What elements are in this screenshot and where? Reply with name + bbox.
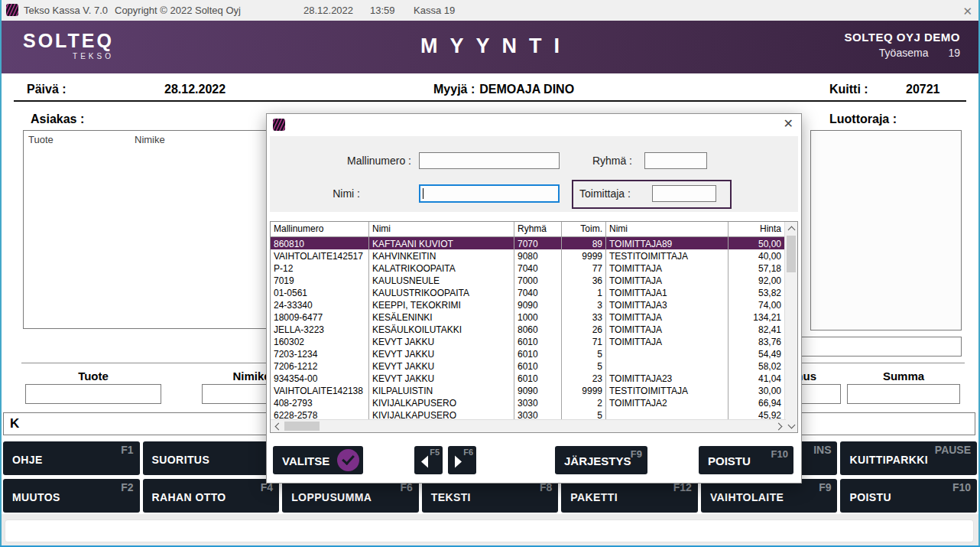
dialog-exit-button[interactable]: POISTU F10 bbox=[699, 446, 793, 474]
table-cell: 36 bbox=[562, 274, 606, 286]
select-button-label: VALITSE bbox=[282, 454, 329, 467]
list-header-product: Tuote bbox=[28, 134, 54, 145]
table-cell: 6010 bbox=[514, 347, 562, 360]
arrow-left-icon bbox=[421, 455, 428, 467]
table-cell: 1000 bbox=[514, 311, 562, 323]
next-page-button[interactable]: F6 bbox=[448, 446, 476, 474]
sort-key: F9 bbox=[631, 448, 642, 460]
horizontal-scroll-thumb[interactable] bbox=[284, 422, 320, 431]
table-cell: KAFTAANI KUVIOT bbox=[369, 237, 514, 249]
product-input[interactable] bbox=[25, 384, 161, 404]
table-cell: 83,76 bbox=[729, 335, 784, 347]
fk-button-poistu[interactable]: POISTUF10 bbox=[840, 479, 977, 513]
group-input[interactable] bbox=[644, 152, 707, 169]
table-row[interactable]: VAIHTOLAITE142138KILPALUISTIN90909999TES… bbox=[271, 384, 784, 396]
column-header: Toim. bbox=[562, 222, 606, 236]
fk-button-label: RAHAN OTTO bbox=[152, 491, 226, 503]
name-label: Nimi : bbox=[299, 187, 360, 200]
fk-button-paketti[interactable]: PAKETTIF12 bbox=[561, 479, 698, 513]
next-key: F6 bbox=[463, 448, 473, 457]
close-icon[interactable]: ✕ bbox=[962, 5, 972, 18]
table-row[interactable]: 7206-1212KEVYT JAKKU6010558,02 bbox=[271, 360, 784, 372]
table-cell bbox=[606, 347, 729, 360]
table-cell: 3 bbox=[562, 298, 606, 311]
fk-key-label: PAUSE bbox=[935, 444, 971, 456]
table-cell: 53,82 bbox=[729, 286, 784, 298]
table-cell: TOIMITTAJA2 bbox=[606, 396, 729, 409]
table-row[interactable]: 7019KAULUSNEULE700036TOIMITTAJA92,00 bbox=[271, 274, 784, 286]
scroll-down-icon[interactable] bbox=[785, 419, 798, 432]
table-cell: 8060 bbox=[514, 323, 562, 335]
table-cell: 7040 bbox=[514, 262, 562, 274]
table-cell: 6010 bbox=[514, 360, 562, 372]
table-cell: 7070 bbox=[514, 237, 562, 249]
table-cell: TESTITOIMITTAJA bbox=[606, 249, 729, 262]
fk-button-teksti[interactable]: TEKSTIF8 bbox=[422, 479, 559, 513]
table-cell: 3030 bbox=[514, 396, 562, 409]
table-row[interactable]: 01-0561KAULUSTRIKOOPAITA70401TOIMITTAJA1… bbox=[271, 286, 784, 298]
sort-button[interactable]: JÄRJESTYS F9 bbox=[555, 446, 647, 474]
fk-button-rahan-otto[interactable]: RAHAN OTTOF4 bbox=[143, 479, 280, 513]
scroll-up-icon[interactable] bbox=[785, 222, 798, 235]
table-row[interactable]: 160302KEVYT JAKKU601071TOIMITTAJA83,76 bbox=[271, 335, 784, 347]
horizontal-scrollbar[interactable] bbox=[271, 419, 786, 432]
model-number-label: Mallinumero : bbox=[312, 155, 411, 167]
table-cell: VAIHTOLAITE142517 bbox=[271, 249, 369, 262]
table-row[interactable]: 860810KAFTAANI KUVIOT707089TOIMITTAJA895… bbox=[271, 237, 784, 249]
table-row[interactable]: VAIHTOLAITE142517KAHVINKEITIN90809999TES… bbox=[271, 249, 784, 262]
scroll-right-icon[interactable] bbox=[773, 420, 786, 433]
app-header: SOLTEQ TEKSO MYYNTI SOLTEQ OYJ DEMO Työa… bbox=[2, 21, 978, 73]
vertical-scroll-thumb[interactable] bbox=[787, 236, 796, 272]
credit-limit-box bbox=[810, 130, 962, 330]
date-value: 28.12.2022 bbox=[164, 83, 226, 96]
credit-limit-label: Luottoraja : bbox=[829, 112, 897, 126]
bottom-status-bar bbox=[5, 519, 974, 542]
prev-page-button[interactable]: F5 bbox=[414, 446, 443, 474]
table-cell: KESÄULKOILUTAKKI bbox=[369, 323, 514, 335]
table-row[interactable]: 7203-1234KEVYT JAKKU6010554,49 bbox=[271, 347, 784, 360]
select-button[interactable]: VALITSE bbox=[273, 446, 363, 474]
table-cell: KILPALUISTIN bbox=[369, 384, 514, 396]
column-header: Ryhmä bbox=[514, 222, 562, 236]
titlebar-register: Kassa 19 bbox=[414, 5, 455, 16]
table-row[interactable]: 408-2793KIVIJALKAPUSERO30302TOIMITTAJA26… bbox=[271, 396, 784, 409]
table-cell bbox=[606, 360, 729, 372]
store-block: SOLTEQ OYJ DEMO Työasema19 bbox=[845, 31, 960, 59]
table-cell: 160302 bbox=[271, 335, 369, 347]
logo-text: SOLTEQ bbox=[23, 31, 114, 50]
fk-key-label: INS bbox=[813, 444, 831, 456]
name-search-input[interactable] bbox=[419, 184, 560, 203]
table-cell: KEVYT JAKKU bbox=[369, 372, 514, 384]
fk-button-vaihtolaite[interactable]: VAIHTOLAITEF9 bbox=[701, 479, 838, 513]
supplier-input[interactable] bbox=[652, 185, 716, 202]
fk-button-muutos[interactable]: MUUTOSF2 bbox=[3, 479, 140, 513]
status-text: K bbox=[10, 416, 19, 431]
table-cell: 7000 bbox=[514, 274, 562, 286]
total-input[interactable] bbox=[847, 384, 960, 404]
table-row[interactable]: JELLA-3223KESÄULKOILUTAKKI806026TOIMITTA… bbox=[271, 323, 784, 335]
table-row[interactable]: 24-33340KEEPPI, TEKOKRIMI90903TOIMITTAJA… bbox=[271, 298, 784, 311]
fk-button-ohje[interactable]: OHJEF1 bbox=[3, 441, 140, 475]
table-row[interactable]: P-12KALATRIKOOPAITA704077TOIMITTAJA57,18 bbox=[271, 262, 784, 274]
model-number-input[interactable] bbox=[419, 152, 560, 169]
vertical-scrollbar[interactable] bbox=[784, 222, 797, 432]
logo-subtext: TEKSO bbox=[23, 52, 114, 60]
table-cell: 26 bbox=[562, 323, 606, 335]
scroll-left-icon[interactable] bbox=[271, 420, 284, 433]
supplier-label: Toimittaja : bbox=[579, 187, 645, 200]
dialog-exit-label: POISTU bbox=[708, 454, 751, 467]
entry-header-total: Summa bbox=[847, 370, 960, 383]
table-cell: KEVYT JAKKU bbox=[369, 360, 514, 372]
titlebar: Tekso Kassa V. 7.0 Copyright © 2022 Solt… bbox=[0, 0, 980, 21]
prev-key: F5 bbox=[430, 448, 440, 457]
fk-key-label: F9 bbox=[819, 481, 831, 493]
table-cell: KIVIJALKAPUSERO bbox=[369, 396, 514, 409]
table-row[interactable]: 934354-00KEVYT JAKKU601023TOIMITTAJA2341… bbox=[271, 372, 784, 384]
dialog-close-icon[interactable]: ✕ bbox=[784, 116, 793, 131]
fk-button-suoritus[interactable]: SUORITUS bbox=[143, 441, 280, 475]
table-cell: 54,49 bbox=[729, 347, 784, 360]
table-row[interactable]: 18009-6477KESÄLENINKI100033TOIMITTAJA134… bbox=[271, 311, 784, 323]
table-cell: TOIMITTAJA bbox=[606, 335, 729, 347]
fk-button-loppusumma[interactable]: LOPPUSUMMAF6 bbox=[282, 479, 419, 513]
fk-button-kuittiparkki[interactable]: KUITTIPARKKIPAUSE bbox=[840, 441, 977, 475]
